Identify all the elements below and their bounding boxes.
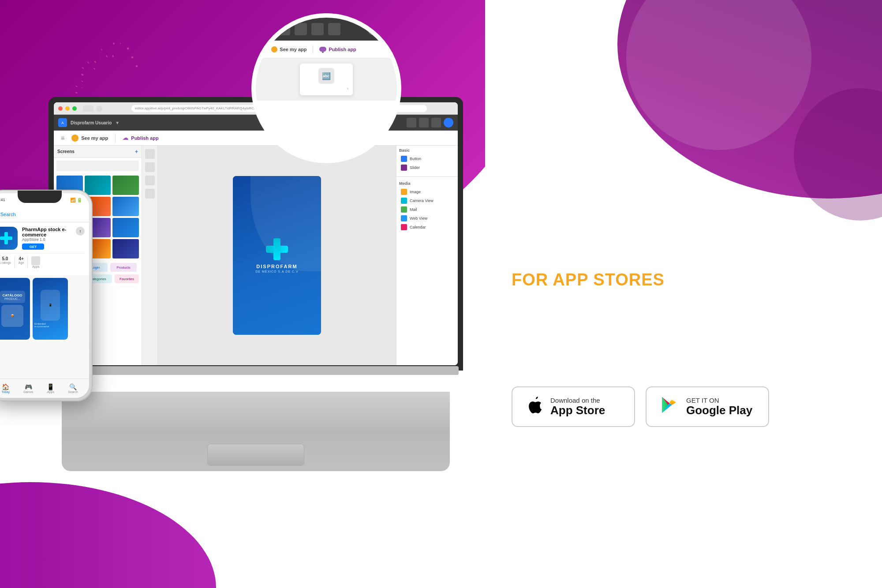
appstore-text: Download on the App Store — [550, 397, 605, 417]
trackpad[interactable] — [207, 444, 304, 466]
publish-app-text: Publish app — [131, 135, 158, 141]
phone-tab-games[interactable]: 🎮 Games — [23, 383, 34, 393]
panel-item-mail[interactable]: Mail — [399, 205, 455, 214]
phone-app-card: PharmApp stock e-commerce AppStore 1.0 G… — [0, 222, 89, 275]
screens-add-icon[interactable]: + — [135, 149, 138, 155]
phone-app-icon — [0, 227, 18, 250]
screen-label-6: Favorites — [115, 274, 139, 283]
app-preview: DISPROFARM DE MÉXICO S.A DE C.V — [233, 176, 321, 335]
chrome-dot-yellow — [65, 106, 70, 111]
tool-icon-3[interactable] — [145, 176, 155, 185]
panel-section-media: Media Image Camera View — [396, 179, 458, 234]
phone-tab-today[interactable]: 🏠 Today — [1, 383, 10, 393]
editor-main: Screens + — [54, 146, 458, 365]
phone-app-store-header: ‹ Search — [0, 206, 89, 222]
panel-item-calendar-label: Calendar — [410, 225, 426, 229]
cloud-icon: ☁ — [123, 135, 128, 141]
laptop-hinge — [53, 366, 459, 375]
app-store-button[interactable]: Download on the App Store — [512, 386, 635, 427]
screen-thumb-3[interactable] — [112, 176, 139, 195]
panel-item-camera[interactable]: Camera View — [399, 196, 455, 205]
tool-icon-2[interactable] — [145, 162, 155, 172]
app-preview-name: DISPROFARM — [255, 264, 298, 269]
app-cross-icon — [266, 238, 288, 260]
publish-app-label[interactable]: Publish app — [329, 47, 356, 52]
screenshot-1[interactable]: CATÁLOGO PRODUC... 📦 — [0, 278, 30, 340]
app-icon-toolbar: A — [58, 118, 67, 127]
panel-item-webview[interactable]: Web View — [399, 214, 455, 223]
hamburger-icon[interactable]: ≡ — [61, 135, 64, 142]
panel-item-webview-label: Web View — [410, 216, 427, 221]
app-name-toolbar: Disprofarm Usuario — [71, 120, 112, 125]
phone-screenshots-list: CATÁLOGO PRODUC... 📦 — [0, 278, 85, 340]
screen-thumb-12[interactable] — [112, 239, 139, 258]
phone-tab-apps[interactable]: 📱 Apps — [47, 383, 54, 393]
phone-app-name-text: PharmApp stock e-commerce — [22, 227, 71, 237]
panel-item-mail-label: Mail — [410, 207, 417, 212]
screenshot-1-inner: CATÁLOGO PRODUC... 📦 — [0, 278, 30, 340]
get-button[interactable]: GET — [30, 245, 37, 249]
laptop-screen: editor.appitive.ai/p/pmt_prx/b/spOtM/bPA… — [54, 102, 458, 365]
headline-block: DEPLOY YOUR APP ONLINE FOR APP STORES — [512, 196, 762, 289]
panel-item-slider-label: Slider — [410, 165, 420, 170]
headline-line1: DEPLOY YOUR — [512, 196, 762, 232]
chrome-dot-red — [58, 106, 63, 111]
panel-item-camera-label: Camera View — [410, 198, 434, 203]
headline-sub: FOR APP STORES — [512, 270, 762, 289]
panel-item-button[interactable]: Button — [399, 154, 455, 163]
screens-label: Screens — [57, 149, 75, 154]
laptop-mockup: editor.appitive.ai/p/pmt_prx/b/spOtM/bPA… — [35, 97, 476, 494]
phone-stat-category: Apps — [31, 256, 40, 268]
panel-item-slider[interactable]: Slider — [399, 163, 455, 172]
rating-value: 5.0 — [0, 256, 11, 261]
see-my-app-bar[interactable]: See my app — [71, 135, 108, 142]
screenshot-2[interactable]: 📱 Embedede-commerce — [33, 278, 68, 340]
editor-toolbar: A Disprofarm Usuario ▼ — [54, 115, 458, 131]
panel-section-basic: Basic Button Slider — [396, 146, 458, 175]
panel-search-bar[interactable] — [56, 161, 139, 171]
chrome-dot-green — [72, 106, 77, 111]
back-label[interactable]: Search — [0, 212, 16, 217]
editor-chrome: editor.appitive.ai/p/pmt_prx/b/spOtM/bPA… — [54, 102, 458, 365]
publish-app-bar[interactable]: ☁ Publish app — [123, 135, 158, 141]
see-my-app-label[interactable]: See my app — [280, 47, 306, 52]
rating-label: 1 ratings — [0, 261, 11, 264]
appstore-small-text: Download on the — [550, 397, 605, 404]
googleplay-text: GET IT ON Google Play — [686, 397, 752, 417]
age-label: Age — [19, 261, 24, 264]
screen-thumb-6[interactable] — [112, 197, 139, 216]
google-play-button[interactable]: GET IT ON Google Play — [646, 386, 769, 427]
phone-body: 9:41 📶 🔋 ‹ Search — [0, 190, 93, 401]
panel-item-calendar[interactable]: Calendar — [399, 223, 455, 232]
phone-mockup: 9:41 📶 🔋 ‹ Search — [0, 190, 93, 401]
phone-app-header: PharmApp stock e-commerce AppStore 1.0 G… — [0, 227, 85, 250]
tool-icon-4[interactable] — [145, 189, 155, 198]
section-media-title: Media — [399, 181, 455, 186]
phone-screen: 9:41 📶 🔋 ‹ Search — [0, 193, 89, 398]
screen-label-3: Products — [110, 263, 137, 272]
laptop-screen-outer: editor.appitive.ai/p/pmt_prx/b/spOtM/bPA… — [49, 97, 463, 371]
orange-dot-icon — [71, 135, 78, 142]
headline-line2: APP ONLINE — [512, 232, 762, 267]
phone-stat-rating: 5.0 1 ratings — [0, 256, 11, 268]
age-value: 4+ — [19, 256, 24, 261]
screen-thumb-9[interactable] — [112, 218, 139, 237]
right-panel: Basic Button Slider — [396, 146, 458, 365]
phone-tab-search[interactable]: 🔍 Search — [68, 383, 78, 393]
appstore-big-text: App Store — [550, 404, 605, 417]
screens-panel-header: Screens + — [54, 146, 142, 158]
share-icon[interactable]: ↑ — [76, 227, 85, 236]
phone-stats-row: 5.0 1 ratings 4+ Age Apps — [0, 253, 85, 271]
app-preview-subtitle: DE MÉXICO S.A DE C.V — [255, 270, 298, 273]
googleplay-small-text: GET IT ON — [686, 397, 752, 404]
right-content-area: DEPLOY YOUR APP ONLINE FOR APP STORES Do… — [485, 0, 882, 588]
panel-item-image-label: Image — [410, 190, 421, 194]
panel-item-image[interactable]: Image — [399, 187, 455, 196]
apple-logo-icon — [525, 395, 544, 418]
zoomed-ui-content: ⋮ ≡ See my app Publish app 🔤 — [256, 18, 397, 159]
phone-notch — [18, 191, 62, 203]
editor-publish-bar: ≡ See my app ☁ Publish app — [54, 131, 458, 146]
tool-icon-1[interactable] — [145, 149, 155, 159]
category-label: Apps — [31, 265, 40, 268]
laptop-base — [62, 392, 450, 471]
